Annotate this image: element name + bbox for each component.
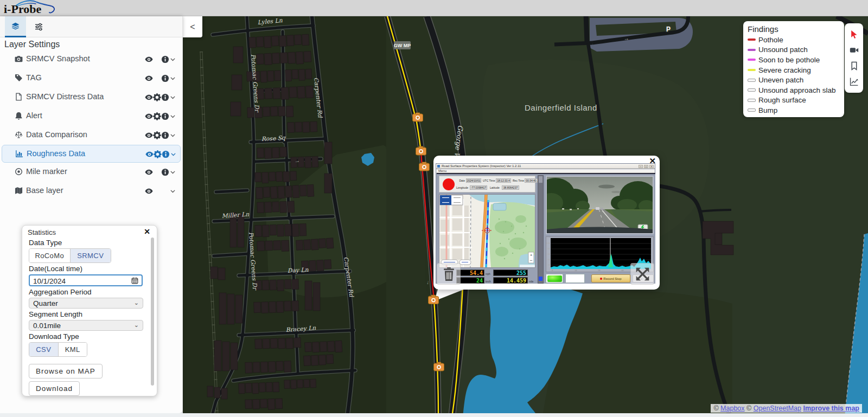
- segment-select[interactable]: 0.01mile ⌄: [29, 320, 143, 331]
- statistics-scrollbar[interactable]: [151, 238, 154, 386]
- info-icon[interactable]: [161, 168, 169, 176]
- chevron-down-icon[interactable]: [169, 112, 177, 120]
- info-icon[interactable]: [161, 74, 169, 82]
- download-button[interactable]: Download: [29, 381, 80, 396]
- map-parking-label: P: [666, 25, 671, 33]
- app-icon: [437, 165, 440, 168]
- layer-label: Alert: [26, 111, 42, 120]
- svg-text:GW MP: GW MP: [394, 43, 411, 48]
- legend-item-unsound-slab: Unsound approach slab: [748, 85, 844, 95]
- info-icon[interactable]: [162, 150, 170, 158]
- sidebar-tabbar: [0, 16, 182, 37]
- layer-row-srmcv-snapshot[interactable]: SRMCV Snapshot: [0, 50, 182, 69]
- layer-row-mile-marker[interactable]: Mile marker: [0, 163, 182, 182]
- chart-tool-icon[interactable]: [850, 77, 859, 86]
- visibility-eye-icon[interactable]: [145, 187, 153, 195]
- visibility-eye-icon[interactable]: [145, 93, 153, 101]
- legend-item-unsound-patch: Unsound patch: [748, 45, 844, 55]
- map-icon: [15, 187, 23, 195]
- svg-text:100: 100: [546, 242, 551, 245]
- browse-on-map-button[interactable]: Browse on MAP: [29, 364, 103, 378]
- mapbox-link[interactable]: Mapbox: [720, 405, 744, 412]
- legend-swatch: [748, 59, 756, 61]
- findings-legend: Findings Pothole Unsound patch Soon to b…: [743, 21, 844, 117]
- sidebar-collapse-button[interactable]: <: [183, 16, 202, 37]
- data-type-rocomo-button[interactable]: RoCoMo: [29, 249, 70, 262]
- panel-title: Layer Settings: [0, 37, 182, 50]
- gear-icon[interactable]: [153, 93, 161, 101]
- chevron-down-icon[interactable]: [169, 93, 177, 101]
- app-video-feed: [546, 176, 654, 234]
- visibility-eye-icon[interactable]: [145, 150, 154, 158]
- page-bottom-strip: [0, 413, 868, 417]
- visibility-eye-icon[interactable]: [145, 74, 153, 82]
- chevron-down-icon[interactable]: [169, 187, 177, 195]
- aggregation-select[interactable]: Quarter ⌄: [29, 298, 143, 309]
- info-icon[interactable]: [161, 55, 169, 63]
- layer-row-data-comparison[interactable]: Data Comparison: [0, 126, 182, 145]
- gear-icon[interactable]: [154, 150, 162, 158]
- download-kml-button[interactable]: KML: [58, 343, 87, 356]
- tag-icon: [15, 74, 23, 82]
- app-info-panel: Date 2024/10/01 UTC Time 18:12:33.4 Rec …: [439, 176, 535, 193]
- segment-value: 0.01mile: [33, 322, 61, 330]
- cursor-tool-icon[interactable]: [850, 30, 859, 39]
- osm-link[interactable]: OpenStreetMap: [754, 405, 801, 412]
- app-title: Road Surface Properties System (Inspecto…: [442, 164, 521, 168]
- layer-label: TAG: [26, 73, 42, 82]
- app-client-area: Date 2024/10/01 UTC Time 18:12:33.4 Rec …: [437, 173, 655, 284]
- info-icon[interactable]: [161, 93, 169, 101]
- info-icon[interactable]: [161, 112, 169, 120]
- chevron-down-icon[interactable]: [169, 168, 177, 176]
- info-icon[interactable]: [161, 131, 169, 139]
- calendar-icon[interactable]: [131, 277, 138, 284]
- svg-text:+: +: [530, 253, 533, 258]
- gear-icon[interactable]: [153, 131, 161, 139]
- menu-item: Menu: [438, 169, 446, 172]
- date-field: 2024/10/01: [466, 178, 481, 183]
- improve-map-link[interactable]: Improve this map: [803, 405, 860, 412]
- minimize-icon: –: [639, 165, 643, 168]
- legend-swatch: [748, 99, 756, 102]
- tab-settings[interactable]: [28, 16, 49, 37]
- statistics-header: Statistics ✕: [22, 226, 157, 238]
- layer-row-alert[interactable]: Alert: [0, 107, 182, 126]
- chevron-down-icon[interactable]: [169, 131, 177, 139]
- camera-marker-anchor[interactable]: [427, 294, 440, 306]
- barchart-icon: [15, 150, 23, 158]
- window-buttons: –□×: [639, 165, 654, 168]
- layer-row-tag[interactable]: TAG: [0, 69, 182, 88]
- legend-swatch: [748, 108, 756, 112]
- tab-layers[interactable]: [5, 16, 26, 37]
- visibility-eye-icon[interactable]: [145, 112, 153, 120]
- app-level-bar: [538, 175, 544, 284]
- svg-text:Day Ln: Day Ln: [287, 266, 308, 274]
- segment-label: Segment Length: [29, 310, 157, 318]
- legend-item-bump: Bump: [748, 105, 844, 116]
- chevron-down-icon[interactable]: [169, 55, 177, 63]
- visibility-eye-icon[interactable]: [145, 131, 153, 139]
- statistics-panel: Statistics ✕ Data Type RoCoMo SRMCV Date…: [22, 225, 157, 396]
- layer-row-srmcv-distress[interactable]: SRMCV Distress Data: [0, 88, 182, 107]
- copyright-icon: ©: [713, 405, 718, 412]
- video-tool-icon[interactable]: [850, 46, 859, 55]
- gear-icon[interactable]: [153, 112, 161, 120]
- expand-popup-button[interactable]: [630, 263, 654, 285]
- record-stop-button[interactable]: Record Stop: [591, 274, 630, 283]
- date-input[interactable]: 10/1/2024: [29, 274, 143, 286]
- chevron-down-icon[interactable]: [169, 74, 177, 82]
- minimap-zoom-control: + −: [528, 252, 534, 263]
- data-type-srmcv-button[interactable]: SRMCV: [70, 249, 111, 262]
- legend-swatch: [748, 39, 756, 41]
- legend-swatch: [748, 88, 756, 92]
- layer-row-roughness-data[interactable]: Roughness Data: [2, 145, 181, 163]
- bookmark-tool-icon[interactable]: [850, 61, 859, 70]
- chevron-down-icon[interactable]: [170, 150, 178, 158]
- delete-snapshot-button[interactable]: [437, 263, 461, 285]
- visibility-eye-icon[interactable]: [145, 55, 153, 63]
- layer-label: Roughness Data: [27, 149, 85, 158]
- visibility-eye-icon[interactable]: [145, 168, 153, 176]
- download-csv-button[interactable]: CSV: [29, 343, 58, 356]
- layer-row-base-layer[interactable]: Base layer: [0, 182, 182, 201]
- statistics-close-icon[interactable]: ✕: [144, 227, 150, 236]
